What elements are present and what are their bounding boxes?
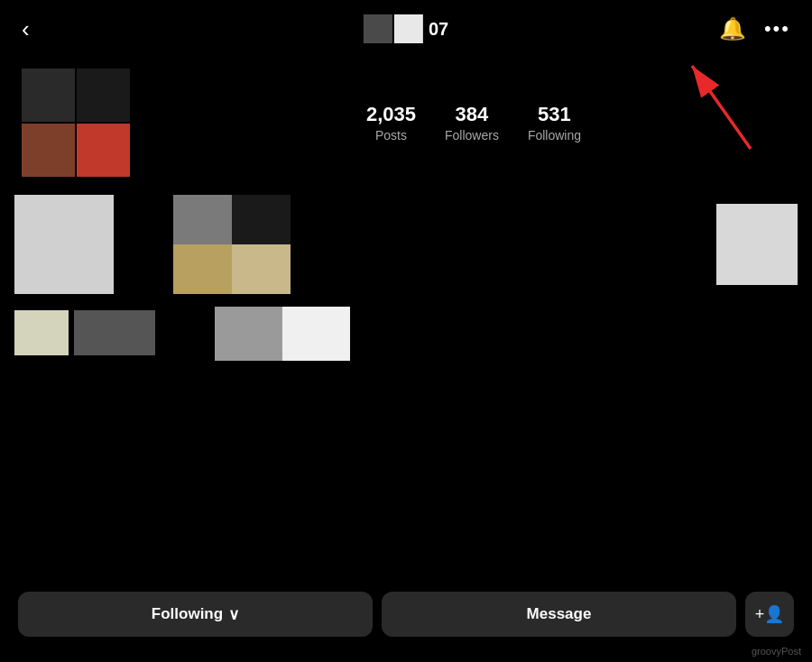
thumbnail[interactable] (716, 204, 798, 285)
header-center: 07 (364, 14, 448, 43)
thumb-cell (173, 195, 232, 244)
posts-label: Posts (375, 128, 407, 143)
chevron-down-icon: ∨ (228, 605, 239, 624)
following-count: 531 (538, 103, 571, 126)
back-button[interactable]: ‹ (22, 17, 30, 41)
posts-count: 2,035 (366, 103, 416, 126)
thumbnail[interactable] (215, 307, 350, 361)
following-button-label: Following (152, 605, 223, 623)
posts-grid (0, 186, 812, 370)
watermark: groovyPost (752, 646, 801, 657)
thumbnail[interactable] (14, 195, 114, 294)
avatar-swatch-light (394, 14, 423, 43)
avatar-cell-top-left (22, 69, 75, 122)
action-bar: Following ∨ Message +👤 (0, 592, 812, 637)
posts-row-2 (14, 307, 798, 361)
stat-followers[interactable]: 384 Followers (445, 103, 499, 143)
thumb-cell (282, 307, 350, 361)
avatar-swatch-dark (364, 14, 392, 43)
following-button[interactable]: Following ∨ (18, 592, 373, 637)
message-button[interactable]: Message (382, 592, 736, 637)
username-number: 07 (429, 19, 448, 40)
avatar-cell-bottom-right (77, 124, 130, 177)
header-left: ‹ (22, 17, 30, 41)
thumb-cell (215, 307, 282, 361)
thumb-cell (232, 244, 291, 294)
thumb-cell (173, 244, 232, 294)
thumb-cell (232, 195, 291, 244)
profile-section: 2,035 Posts 384 Followers 531 Following (0, 51, 812, 186)
followers-label: Followers (445, 128, 499, 143)
header-right: 🔔 ••• (719, 16, 790, 41)
notification-bell-icon[interactable]: 🔔 (719, 16, 746, 41)
thumbnail[interactable] (14, 310, 69, 355)
stats-row: 2,035 Posts 384 Followers 531 Following (157, 103, 790, 143)
thumbnail[interactable] (173, 195, 291, 294)
thumbnail[interactable] (74, 310, 155, 355)
following-label: Following (528, 128, 581, 143)
add-person-button[interactable]: +👤 (745, 592, 794, 637)
followers-count: 384 (456, 103, 489, 126)
posts-row-1 (14, 195, 798, 294)
username-avatar (364, 14, 423, 43)
add-person-icon: +👤 (755, 604, 785, 624)
avatar (22, 69, 130, 177)
avatar-cell-bottom-left (22, 124, 75, 177)
message-button-label: Message (527, 605, 592, 623)
stat-posts[interactable]: 2,035 Posts (366, 103, 416, 143)
avatar-cell-top-right (77, 69, 130, 122)
header: ‹ 07 🔔 ••• (0, 0, 812, 51)
more-options-icon[interactable]: ••• (764, 17, 790, 41)
stat-following[interactable]: 531 Following (528, 103, 581, 143)
